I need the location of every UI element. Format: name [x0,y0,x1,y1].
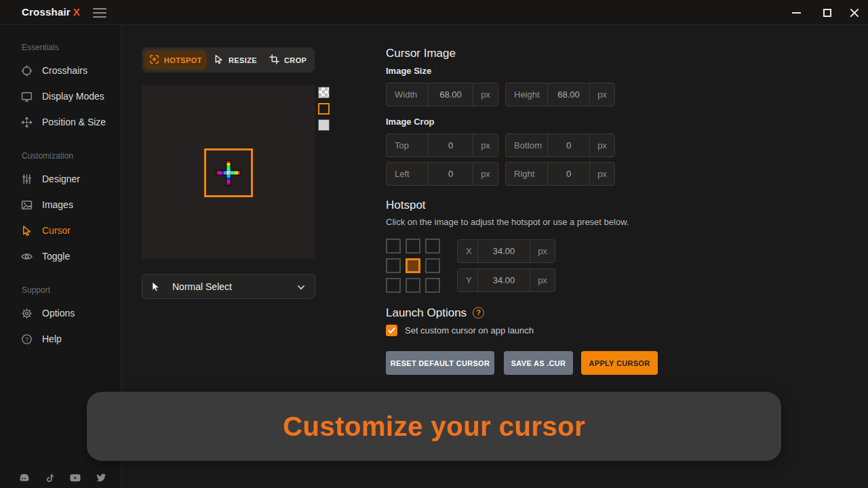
hotspot-preset-center[interactable] [406,258,420,273]
sidebar-item-cursor[interactable]: Cursor [0,218,121,243]
selected-background-swatch[interactable] [318,103,330,115]
apply-cursor-button[interactable]: APPLY CURSOR [581,351,658,375]
sidebar-item-crosshairs[interactable]: Crosshairs [0,58,121,83]
pointer-icon [150,281,161,292]
tab-label: RESIZE [229,56,257,64]
hotspot-preset-bottom-left[interactable] [386,278,401,293]
hotspot-preset-top-right[interactable] [425,239,440,253]
crop-bottom-value[interactable]: 0 [548,134,590,157]
hotspot-preset-top-left[interactable] [386,239,401,253]
cursor-preview-canvas[interactable] [142,85,315,259]
hotspot-preset-middle-right[interactable] [425,258,440,273]
crop-bottom-field[interactable]: Bottom 0 px [505,134,615,157]
hotspot-x-unit: px [530,240,555,262]
app-window: CrosshairX Essentials Crosshairs Display… [0,0,868,488]
sidebar-section-support: Support [0,285,121,295]
hotspot-y-unit: px [530,269,555,291]
sidebar-item-label: Display Modes [42,91,104,102]
image-crop-label: Image Crop [386,117,435,127]
crop-left-label: Left [387,163,429,185]
sliders-icon [20,173,33,185]
discord-icon[interactable] [18,472,29,483]
sidebar-item-options[interactable]: Options [0,300,121,326]
height-field[interactable]: Height 68.00 px [505,83,615,106]
sidebar-item-images[interactable]: Images [0,192,121,218]
app-logo-name: Crosshair [22,6,71,18]
launch-checkbox[interactable] [386,325,397,336]
tiktok-icon[interactable] [44,472,55,483]
width-field[interactable]: Width 68.00 px [386,83,498,106]
resize-cursor-icon [214,54,224,66]
twitter-icon[interactable] [96,472,106,483]
hotspot-x-label: X [458,240,478,262]
editor-mode-tabs: HOTSPOT RESIZE CROP [142,47,315,73]
launch-options-title: Launch Options? [386,306,484,320]
tab-resize[interactable]: RESIZE [208,50,264,70]
image-size-label: Image Size [386,66,431,76]
width-field-unit: px [473,83,498,106]
cursor-type-dropdown[interactable]: Normal Select [142,274,315,299]
save-as-cur-button[interactable]: SAVE AS .CUR [504,351,573,375]
hotspot-preset-top-center[interactable] [406,239,420,253]
sidebar-item-label: Help [42,333,62,344]
youtube-icon[interactable] [70,472,81,483]
tab-hotspot[interactable]: HOTSPOT [144,50,207,70]
tab-crop[interactable]: CROP [264,50,312,70]
hotspot-preset-bottom-center[interactable] [406,278,420,293]
crop-bottom-unit: px [590,134,614,157]
panel-title: Cursor Image [386,47,456,60]
crop-left-value[interactable]: 0 [429,163,473,185]
sidebar-item-label: Options [42,308,75,319]
background-swatches [318,87,330,136]
width-field-label: Width [387,83,429,106]
sidebar-item-label: Cursor [42,225,71,236]
sidebar-item-label: Toggle [42,251,70,262]
hotspot-title: Hotspot [386,199,426,212]
sidebar-item-label: Position & Size [42,117,106,127]
cursor-icon [20,224,33,237]
crop-top-field[interactable]: Top 0 px [386,134,498,157]
hotspot-y-label: Y [458,269,478,291]
height-field-unit: px [590,83,614,106]
minimize-button[interactable] [783,0,810,25]
sidebar-item-help[interactable]: ? Help [0,326,121,352]
launch-options-title-text: Launch Options [386,306,467,319]
crop-right-field[interactable]: Right 0 px [505,162,615,186]
hotspot-x-value[interactable]: 34.00 [478,240,530,262]
width-field-value[interactable]: 68.00 [429,83,473,106]
crop-right-unit: px [590,163,614,185]
height-field-value[interactable]: 68.00 [548,83,590,106]
transparent-background-swatch[interactable] [318,87,330,98]
sidebar-item-label: Crosshairs [42,65,87,76]
eye-icon [20,250,33,262]
crop-top-value[interactable]: 0 [429,134,473,157]
hotspot-y-field[interactable]: Y 34.00 px [457,268,555,292]
launch-checkbox-row: Set custom cursor on app launch [386,325,534,336]
sidebar-item-position-size[interactable]: Position & Size [0,109,121,135]
hotspot-preset-middle-left[interactable] [386,258,401,273]
app-logo: CrosshairX [22,6,80,18]
sidebar-item-toggle[interactable]: Toggle [0,243,121,269]
sidebar-item-display-modes[interactable]: Display Modes [0,83,121,109]
sidebar-section-essentials: Essentials [0,43,121,52]
cursor-bounds-box[interactable] [204,148,253,197]
crop-left-field[interactable]: Left 0 px [386,162,498,186]
hotspot-y-value[interactable]: 34.00 [478,269,530,291]
hotspot-preset-bottom-right[interactable] [425,278,440,293]
hotspot-icon [149,54,159,66]
rainbow-crosshair-cursor-image [215,159,242,189]
light-background-swatch[interactable] [318,119,330,131]
tab-label: CROP [284,56,307,64]
close-button[interactable] [841,0,868,25]
crop-top-label: Top [387,134,429,157]
sidebar-item-designer[interactable]: Designer [0,166,121,192]
reset-default-cursor-button[interactable]: RESET DEFAULT CURSOR [386,351,494,375]
social-links [18,472,106,483]
launch-options-help-icon[interactable]: ? [473,307,484,319]
crop-right-value[interactable]: 0 [548,163,590,185]
hamburger-menu-icon[interactable] [93,8,106,18]
monitor-icon [20,90,33,102]
chevron-down-icon [296,283,306,295]
hotspot-x-field[interactable]: X 34.00 px [457,239,555,263]
maximize-button[interactable] [814,0,841,25]
